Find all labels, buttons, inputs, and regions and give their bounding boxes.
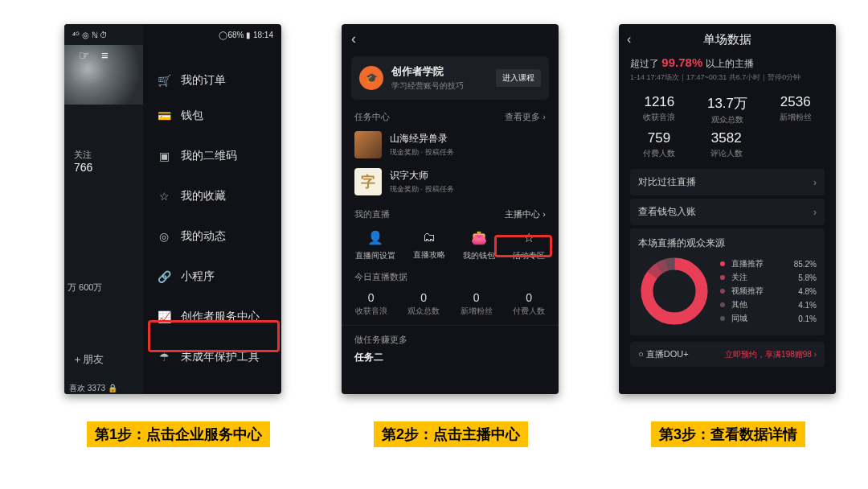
stat-item: 0收获音浪	[355, 291, 387, 317]
live-settings[interactable]: 👤直播间设置	[355, 230, 395, 261]
status-right: ◯68% ▮ 18:14	[219, 31, 273, 39]
wallet-icon: 👛	[471, 230, 487, 245]
creator-academy-card[interactable]: 🎓 创作者学院 学习经营账号的技巧 进入课程	[351, 56, 549, 100]
task-center-label: 任务中心	[354, 111, 390, 123]
user-icon: 👤	[367, 230, 383, 245]
stat-payers: 759付费人数	[625, 130, 693, 159]
menu-label: 我的订单	[181, 73, 226, 88]
stat-item: 0新增粉丝	[461, 291, 493, 317]
task-thumb: 字	[354, 168, 382, 195]
dou-cta: 立即预约，享满198赠98 ›	[725, 349, 817, 360]
profile-strip: ☞ ≡ 关注 766 万 600万 ＋朋友 喜欢 3373 🔒	[64, 24, 143, 394]
back-icon[interactable]: ‹	[351, 31, 356, 47]
anchor-center-link[interactable]: 主播中心 ›	[505, 208, 546, 220]
screenshot-step3: ‹ 单场数据 超过了 99.78% 以上的主播 1-14 17:47场次｜17:…	[619, 24, 836, 394]
header-row: ‹	[342, 24, 559, 53]
umbrella-icon: ☂	[157, 351, 171, 364]
grid-label: 直播攻略	[413, 249, 445, 261]
more-tasks-header: 做任务赚更多	[342, 331, 559, 349]
my-wallet[interactable]: 👛我的钱包	[463, 230, 495, 261]
session-subline: 1-14 17:47场次｜17:47~00:31 共6.7小时｜暂停0分钟	[630, 72, 825, 83]
task2-label: 任务二	[342, 349, 559, 366]
task-thumb	[354, 131, 382, 158]
highlight-anchor-center	[494, 235, 552, 257]
academy-icon: 🎓	[359, 66, 383, 90]
likes-text: 喜欢 3373 🔒	[69, 383, 117, 394]
chevron-right-icon: ›	[813, 207, 817, 218]
book-icon: 🗂	[423, 230, 436, 244]
menu-label: 我的动态	[181, 229, 226, 244]
qrcode-icon: ▣	[157, 150, 171, 162]
academy-sub: 学习经营账号的技巧	[391, 80, 464, 92]
academy-title: 创作者学院	[391, 64, 464, 79]
menu-favorites[interactable]: ☆我的收藏	[157, 179, 270, 214]
stat-item: 0付费人数	[513, 291, 545, 317]
stat-comments: 3582评论人数	[693, 130, 760, 159]
task-sub: 现金奖励 · 投稿任务	[390, 184, 454, 195]
today-stats-header: 今日直播数据	[342, 268, 559, 286]
menu-wallet[interactable]: 💳钱包	[157, 98, 270, 134]
back-icon[interactable]: ‹	[627, 32, 631, 47]
menu-qrcode[interactable]: ▣我的二维码	[157, 138, 270, 174]
menu-label: 小程序	[181, 269, 215, 284]
chevron-right-icon: ›	[813, 177, 817, 188]
dou-label: ○ 直播DOU+	[638, 348, 689, 360]
hand-icon[interactable]: ☞ ≡	[79, 48, 108, 64]
stat-viewers: 13.7万观众总数	[694, 94, 762, 125]
task-text: 识字大师 现金奖励 · 投稿任务	[390, 169, 454, 195]
audience-source-title: 本场直播的观众来源	[638, 236, 817, 250]
caption-step3: 第3步：查看数据详情	[651, 421, 805, 447]
today-stats: 0收获音浪 0观众总数 0新增粉丝 0付费人数	[342, 286, 559, 326]
stat-item: 0观众总数	[407, 291, 440, 317]
big-stats-row2: 759付费人数 3582评论人数	[619, 127, 836, 161]
menu-miniapp[interactable]: 🔗小程序	[157, 259, 270, 294]
see-more-link[interactable]: 查看更多 ›	[505, 111, 546, 123]
stat-sound: 1216收获音浪	[625, 94, 694, 125]
menu-orders[interactable]: 🛒我的订单	[157, 63, 270, 98]
academy-text: 创作者学院 学习经营账号的技巧	[391, 64, 464, 92]
enter-course-button[interactable]: 进入课程	[496, 69, 541, 87]
follow-label: 关注	[74, 149, 92, 161]
today-stats-label: 今日直播数据	[354, 271, 407, 283]
task-sub: 现金奖励 · 投稿任务	[390, 147, 454, 158]
follow-count: 766	[74, 161, 92, 174]
status-bar: ⁴ᴳ ◎ ℕ ⏱ ◯68% ▮ 18:14	[64, 24, 281, 45]
my-live-label: 我的直播	[354, 208, 390, 220]
screenshot-step2: ‹ 🎓 创作者学院 学习经营账号的技巧 进入课程 任务中心 查看更多 › 山海经…	[342, 24, 559, 394]
task-title: 识字大师	[390, 169, 454, 183]
my-live-header: 我的直播 主播中心 ›	[342, 205, 559, 224]
donut-chart	[638, 255, 710, 327]
caption-step1: 第1步：点击企业服务中心	[87, 421, 270, 447]
menu-label: 钱包	[181, 109, 203, 123]
menu-label: 我的收藏	[181, 189, 226, 203]
donut-legend: 直播推荐85.2%关注5.8%视频推荐4.8%其他4.1%同城0.1%	[720, 256, 817, 327]
big-stats-row1: 1216收获音浪 13.7万观众总数 2536新增粉丝	[619, 84, 836, 127]
star-icon: ☆	[157, 190, 171, 203]
task-item[interactable]: 山海经异兽录 现金奖励 · 投稿任务	[342, 126, 559, 163]
task-text: 山海经异兽录 现金奖励 · 投稿任务	[390, 132, 454, 158]
highlight-creator-center	[148, 320, 280, 352]
menu-label: 我的二维码	[181, 149, 237, 163]
more-tasks-label: 做任务赚更多	[354, 334, 407, 346]
exceed-pct: 99.78%	[661, 55, 702, 69]
add-friend[interactable]: ＋朋友	[72, 352, 104, 367]
grid-label: 直播间设置	[355, 250, 395, 261]
stat-newfans: 2536新增粉丝	[761, 94, 829, 125]
exceed-line: 超过了 99.78% 以上的主播 1-14 17:47场次｜17:47~00:3…	[619, 49, 836, 84]
audience-source-card: 本场直播的观众来源 直播推荐85.2%关注5.8%视频推荐4.8%其他4.1%同…	[630, 228, 825, 335]
task-title: 山海经异兽录	[390, 132, 454, 146]
grid-label: 我的钱包	[463, 250, 495, 261]
cart-icon: 🛒	[157, 74, 171, 87]
page-title: ‹ 单场数据	[619, 24, 836, 49]
menu-moments[interactable]: ◎我的动态	[157, 219, 270, 254]
compare-past-link[interactable]: 对比过往直播›	[630, 169, 825, 195]
card-icon: 💳	[157, 109, 171, 122]
screenshot-step1: ⁴ᴳ ◎ ℕ ⏱ ◯68% ▮ 18:14 ☞ ≡ 关注 766 万 600万 …	[64, 24, 281, 394]
caption-step2: 第2步：点击主播中心	[374, 421, 528, 447]
live-guide[interactable]: 🗂直播攻略	[413, 230, 445, 261]
task-item[interactable]: 字 识字大师 现金奖励 · 投稿任务	[342, 163, 559, 200]
circle-icon: ◎	[157, 230, 171, 243]
fans-text: 万 600万	[68, 281, 102, 294]
wallet-income-link[interactable]: 查看钱包入账›	[630, 199, 825, 225]
dou-plus-promo[interactable]: ○ 直播DOU+ 立即预约，享满198赠98 ›	[630, 342, 825, 367]
